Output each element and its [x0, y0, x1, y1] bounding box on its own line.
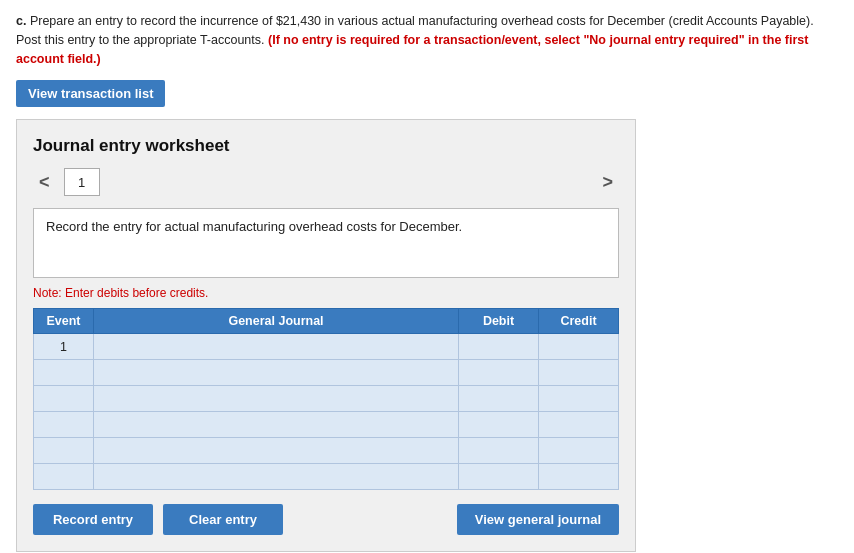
gj-input[interactable] [98, 444, 454, 458]
buttons-row: Record entry Clear entry View general jo… [33, 504, 619, 535]
nav-right-button[interactable]: > [596, 170, 619, 195]
gj-cell[interactable] [94, 386, 459, 412]
table-row [34, 464, 619, 490]
record-entry-button[interactable]: Record entry [33, 504, 153, 535]
debit-cell[interactable] [459, 412, 539, 438]
credit-input[interactable] [543, 418, 614, 432]
gj-input[interactable] [98, 340, 454, 354]
credit-input[interactable] [543, 392, 614, 406]
debit-input[interactable] [463, 340, 534, 354]
gj-cell[interactable] [94, 334, 459, 360]
table-row [34, 386, 619, 412]
gj-input[interactable] [98, 366, 454, 380]
nav-left-button[interactable]: < [33, 170, 56, 195]
debit-input[interactable] [463, 366, 534, 380]
gj-cell[interactable] [94, 412, 459, 438]
worksheet-title: Journal entry worksheet [33, 136, 619, 156]
gj-cell[interactable] [94, 360, 459, 386]
col-header-credit: Credit [539, 309, 619, 334]
col-header-event: Event [34, 309, 94, 334]
credit-input[interactable] [543, 470, 614, 484]
credit-cell[interactable] [539, 334, 619, 360]
debit-input[interactable] [463, 418, 534, 432]
journal-table: Event General Journal Debit Credit 1 [33, 308, 619, 490]
credit-cell[interactable] [539, 386, 619, 412]
debit-cell[interactable] [459, 334, 539, 360]
page-number: 1 [64, 168, 100, 196]
credit-input[interactable] [543, 444, 614, 458]
table-row [34, 412, 619, 438]
debit-cell[interactable] [459, 386, 539, 412]
credit-cell[interactable] [539, 464, 619, 490]
debit-input[interactable] [463, 444, 534, 458]
event-cell [34, 412, 94, 438]
gj-cell[interactable] [94, 464, 459, 490]
view-general-journal-button[interactable]: View general journal [457, 504, 619, 535]
entry-description: Record the entry for actual manufacturin… [33, 208, 619, 278]
gj-input[interactable] [98, 470, 454, 484]
credit-cell[interactable] [539, 438, 619, 464]
table-row [34, 360, 619, 386]
debit-cell[interactable] [459, 438, 539, 464]
table-row: 1 [34, 334, 619, 360]
gj-input[interactable] [98, 418, 454, 432]
debit-cell[interactable] [459, 464, 539, 490]
credit-cell[interactable] [539, 412, 619, 438]
debit-input[interactable] [463, 392, 534, 406]
instructions-text: c. Prepare an entry to record the incurr… [16, 12, 836, 68]
debit-cell[interactable] [459, 360, 539, 386]
event-cell [34, 360, 94, 386]
note-text: Note: Enter debits before credits. [33, 286, 619, 300]
nav-row: < 1 > [33, 168, 619, 196]
gj-input[interactable] [98, 392, 454, 406]
part-label: c. [16, 14, 26, 28]
table-row [34, 438, 619, 464]
debit-input[interactable] [463, 470, 534, 484]
col-header-debit: Debit [459, 309, 539, 334]
col-header-gj: General Journal [94, 309, 459, 334]
gj-cell[interactable] [94, 438, 459, 464]
event-cell [34, 438, 94, 464]
view-transaction-button[interactable]: View transaction list [16, 80, 165, 107]
event-cell: 1 [34, 334, 94, 360]
worksheet-container: Journal entry worksheet < 1 > Record the… [16, 119, 636, 552]
event-cell [34, 464, 94, 490]
credit-input[interactable] [543, 366, 614, 380]
credit-cell[interactable] [539, 360, 619, 386]
clear-entry-button[interactable]: Clear entry [163, 504, 283, 535]
event-cell [34, 386, 94, 412]
credit-input[interactable] [543, 340, 614, 354]
